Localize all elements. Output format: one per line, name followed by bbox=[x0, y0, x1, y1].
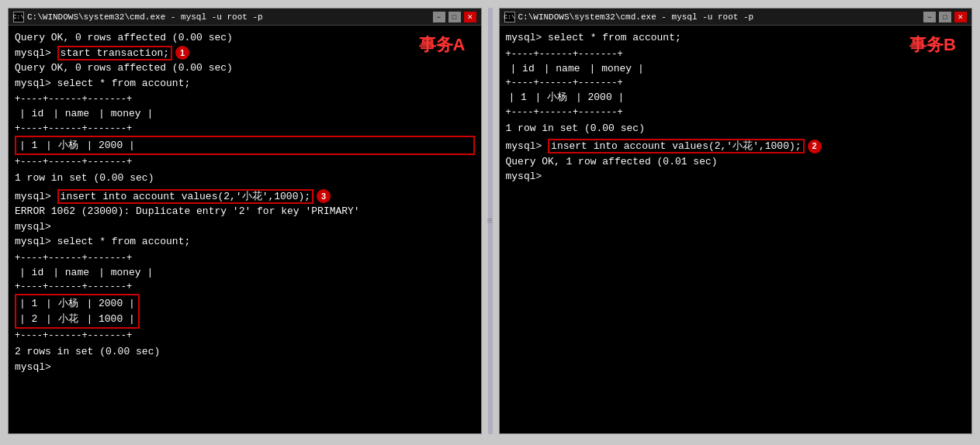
close-btn-b[interactable]: ✕ bbox=[954, 12, 967, 22]
insert-cmd-b: insert into account values(2,'小花',1000); bbox=[548, 139, 804, 154]
line-query-ok-1: Query OK, 0 rows affected (0.00 sec) bbox=[15, 30, 475, 46]
window-separator bbox=[488, 8, 493, 434]
window-a-content: 事务A Query OK, 0 rows affected (0.00 sec)… bbox=[9, 26, 481, 433]
badge-2: 2 bbox=[808, 140, 822, 154]
insert-cmd-a: insert into account values(2,'小花',1000); bbox=[57, 189, 313, 204]
title-bar-left-a: C:\ C:\WINDOWS\system32\cmd.exe - mysql … bbox=[13, 12, 263, 22]
line-rows-set-2: 2 rows in set (0.00 sec) bbox=[15, 344, 475, 360]
minimize-btn-a[interactable]: − bbox=[433, 12, 445, 22]
close-btn-a[interactable]: ✕ bbox=[464, 12, 476, 22]
line-select-1: mysql> select * from account; bbox=[15, 76, 475, 91]
start-transaction-cmd: start transaction; bbox=[57, 46, 172, 60]
badge-1: 1 bbox=[175, 46, 189, 60]
title-bar-left-b: C:\ C:\WINDOWS\system32\cmd.exe - mysql … bbox=[504, 12, 754, 22]
mysql-prompt-1: mysql> bbox=[15, 47, 57, 59]
line-start-transaction: mysql> start transaction;1 bbox=[15, 46, 475, 61]
title-bar-b: C:\ C:\WINDOWS\system32\cmd.exe - mysql … bbox=[500, 9, 972, 26]
window-b-controls[interactable]: − □ ✕ bbox=[923, 12, 967, 22]
window-a-controls[interactable]: − □ ✕ bbox=[433, 12, 476, 22]
window-b-label: 事务B bbox=[909, 32, 956, 57]
window-a-title: C:\WINDOWS\system32\cmd.exe - mysql -u r… bbox=[27, 12, 263, 22]
line-error: ERROR 1062 (23000): Duplicate entry '2' … bbox=[15, 204, 475, 219]
line-select-2: mysql> select * from account; bbox=[15, 234, 475, 250]
maximize-btn-a[interactable]: □ bbox=[448, 12, 461, 22]
table-2-a: +----+------+-------+ | id| name| money … bbox=[15, 251, 475, 343]
window-b-title: C:\WINDOWS\system32\cmd.exe - mysql -u r… bbox=[518, 12, 754, 22]
window-a-label: 事务A bbox=[419, 32, 466, 57]
line-mysql-8: mysql> bbox=[15, 219, 475, 235]
line-insert-a: mysql> insert into account values(2,'小花'… bbox=[15, 189, 475, 205]
line-row-set-b: 1 row in set (0.00 sec) bbox=[506, 121, 966, 136]
cmd-icon-b: C:\ bbox=[504, 12, 515, 22]
table-1-b: +----+------+-------+ | id| name| money … bbox=[506, 47, 966, 119]
line-mysql-end: mysql> bbox=[15, 360, 475, 375]
window-a: C:\ C:\WINDOWS\system32\cmd.exe - mysql … bbox=[8, 8, 482, 434]
line-select-b: mysql> select * from account; bbox=[506, 30, 966, 46]
line-insert-b: mysql> insert into account values(2,'小花'… bbox=[506, 139, 966, 154]
table-1-a: +----+------+-------+ | id| name| money … bbox=[15, 92, 475, 169]
maximize-btn-b[interactable]: □ bbox=[939, 12, 951, 22]
line-query-ok-2: Query OK, 0 rows affected (0.00 sec) bbox=[15, 60, 475, 76]
line-mysql-b-end: mysql> bbox=[506, 169, 966, 185]
title-bar-a: C:\ C:\WINDOWS\system32\cmd.exe - mysql … bbox=[9, 9, 481, 26]
minimize-btn-b[interactable]: − bbox=[923, 12, 936, 22]
mysql-prompt-b: mysql> bbox=[506, 140, 549, 152]
badge-3: 3 bbox=[317, 189, 331, 203]
line-query-ok-b: Query OK, 1 row affected (0.01 sec) bbox=[506, 154, 966, 170]
cmd-icon-a: C:\ bbox=[13, 12, 24, 22]
mysql-prompt-2: mysql> bbox=[15, 191, 57, 202]
line-row-set-1: 1 row in set (0.00 sec) bbox=[15, 171, 475, 186]
window-b-content: 事务B mysql> select * from account; +----+… bbox=[500, 26, 972, 433]
windows-container: C:\ C:\WINDOWS\system32\cmd.exe - mysql … bbox=[8, 8, 972, 434]
window-b: C:\ C:\WINDOWS\system32\cmd.exe - mysql … bbox=[499, 8, 973, 434]
